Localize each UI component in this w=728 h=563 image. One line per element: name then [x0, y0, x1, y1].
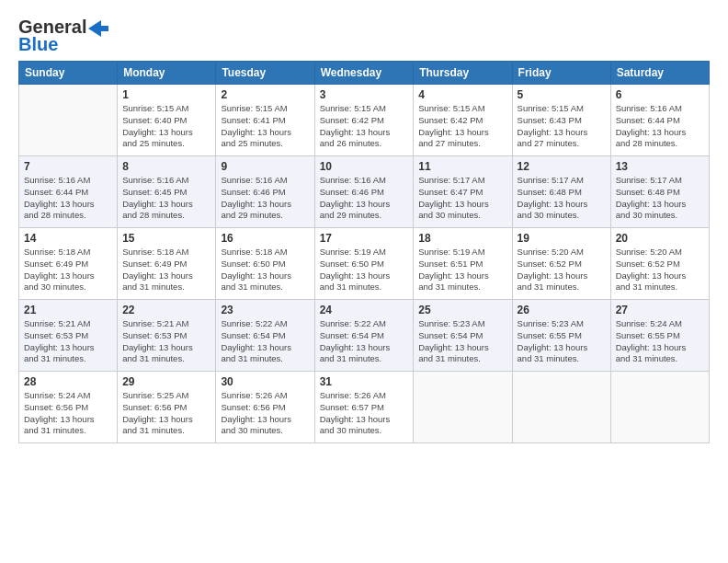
day-info: Sunrise: 5:16 AM Sunset: 6:46 PM Dayligh…: [221, 175, 309, 222]
calendar-day-20: 20Sunrise: 5:20 AM Sunset: 6:52 PM Dayli…: [610, 228, 709, 300]
day-number: 24: [320, 304, 409, 316]
day-number: 18: [418, 232, 506, 245]
day-info: Sunrise: 5:25 AM Sunset: 6:56 PM Dayligh…: [122, 390, 210, 437]
calendar-header-monday: Monday: [118, 62, 216, 85]
calendar-day-14: 14Sunrise: 5:18 AM Sunset: 6:49 PM Dayli…: [19, 228, 118, 300]
calendar-day-13: 13Sunrise: 5:17 AM Sunset: 6:48 PM Dayli…: [610, 156, 709, 228]
calendar-day-29: 29Sunrise: 5:25 AM Sunset: 6:56 PM Dayli…: [118, 372, 216, 443]
calendar-day-empty: [414, 372, 512, 443]
day-info: Sunrise: 5:16 AM Sunset: 6:44 PM Dayligh…: [616, 103, 704, 150]
calendar-day-17: 17Sunrise: 5:19 AM Sunset: 6:50 PM Dayli…: [314, 228, 414, 300]
day-info: Sunrise: 5:22 AM Sunset: 6:54 PM Dayligh…: [221, 318, 309, 365]
page: General Blue SundayMondayTuesdayWednesda…: [0, 0, 728, 563]
calendar-day-25: 25Sunrise: 5:23 AM Sunset: 6:54 PM Dayli…: [414, 300, 512, 372]
day-number: 11: [418, 160, 506, 173]
calendar-day-18: 18Sunrise: 5:19 AM Sunset: 6:51 PM Dayli…: [414, 228, 512, 300]
day-number: 23: [221, 304, 309, 316]
day-number: 16: [221, 232, 309, 245]
calendar-week-row: 28Sunrise: 5:24 AM Sunset: 6:56 PM Dayli…: [19, 372, 710, 443]
calendar-day-6: 6Sunrise: 5:16 AM Sunset: 6:44 PM Daylig…: [610, 85, 709, 156]
calendar-header-sunday: Sunday: [19, 62, 118, 85]
day-number: 19: [518, 232, 606, 245]
calendar-header-saturday: Saturday: [610, 62, 709, 85]
calendar-week-row: 14Sunrise: 5:18 AM Sunset: 6:49 PM Dayli…: [19, 228, 710, 300]
day-info: Sunrise: 5:18 AM Sunset: 6:49 PM Dayligh…: [122, 247, 210, 293]
day-number: 3: [320, 88, 409, 101]
day-number: 29: [122, 375, 210, 388]
day-number: 27: [616, 304, 704, 316]
day-number: 12: [518, 160, 606, 173]
calendar-day-22: 22Sunrise: 5:21 AM Sunset: 6:53 PM Dayli…: [118, 300, 216, 372]
svg-marker-0: [88, 20, 108, 37]
day-info: Sunrise: 5:17 AM Sunset: 6:48 PM Dayligh…: [518, 175, 606, 222]
logo-arrow-icon: [88, 20, 108, 37]
day-info: Sunrise: 5:15 AM Sunset: 6:42 PM Dayligh…: [418, 103, 506, 150]
day-info: Sunrise: 5:24 AM Sunset: 6:55 PM Dayligh…: [616, 318, 704, 365]
calendar-header-tuesday: Tuesday: [216, 62, 314, 85]
calendar-day-28: 28Sunrise: 5:24 AM Sunset: 6:56 PM Dayli…: [19, 372, 118, 443]
calendar-week-row: 7Sunrise: 5:16 AM Sunset: 6:44 PM Daylig…: [19, 156, 710, 228]
calendar-day-12: 12Sunrise: 5:17 AM Sunset: 6:48 PM Dayli…: [512, 156, 610, 228]
calendar-day-empty: [19, 85, 118, 156]
calendar-day-9: 9Sunrise: 5:16 AM Sunset: 6:46 PM Daylig…: [216, 156, 314, 228]
day-info: Sunrise: 5:15 AM Sunset: 6:41 PM Dayligh…: [221, 103, 309, 150]
day-info: Sunrise: 5:23 AM Sunset: 6:55 PM Dayligh…: [518, 318, 606, 365]
calendar-week-row: 21Sunrise: 5:21 AM Sunset: 6:53 PM Dayli…: [19, 300, 710, 372]
day-number: 31: [320, 375, 409, 388]
calendar-day-8: 8Sunrise: 5:16 AM Sunset: 6:45 PM Daylig…: [118, 156, 216, 228]
day-number: 26: [518, 304, 606, 316]
day-number: 7: [24, 160, 112, 173]
calendar-day-16: 16Sunrise: 5:18 AM Sunset: 6:50 PM Dayli…: [216, 228, 314, 300]
day-number: 6: [616, 88, 704, 101]
day-number: 10: [320, 160, 409, 173]
calendar-day-30: 30Sunrise: 5:26 AM Sunset: 6:56 PM Dayli…: [216, 372, 314, 443]
day-number: 9: [221, 160, 309, 173]
day-number: 5: [518, 88, 606, 101]
calendar-day-4: 4Sunrise: 5:15 AM Sunset: 6:42 PM Daylig…: [414, 85, 512, 156]
calendar-header-friday: Friday: [512, 62, 610, 85]
day-info: Sunrise: 5:17 AM Sunset: 6:48 PM Dayligh…: [616, 175, 704, 222]
day-number: 17: [320, 232, 409, 245]
day-info: Sunrise: 5:19 AM Sunset: 6:50 PM Dayligh…: [320, 247, 409, 293]
day-info: Sunrise: 5:16 AM Sunset: 6:45 PM Dayligh…: [122, 175, 210, 222]
calendar-day-11: 11Sunrise: 5:17 AM Sunset: 6:47 PM Dayli…: [414, 156, 512, 228]
logo-blue-text: Blue: [18, 34, 58, 55]
day-number: 25: [418, 304, 506, 316]
day-number: 15: [122, 232, 210, 245]
day-number: 28: [24, 375, 112, 388]
day-number: 14: [24, 232, 112, 245]
day-info: Sunrise: 5:22 AM Sunset: 6:54 PM Dayligh…: [320, 318, 409, 365]
calendar-day-24: 24Sunrise: 5:22 AM Sunset: 6:54 PM Dayli…: [314, 300, 414, 372]
logo: General Blue: [18, 17, 108, 55]
day-info: Sunrise: 5:16 AM Sunset: 6:44 PM Dayligh…: [24, 175, 112, 222]
day-info: Sunrise: 5:15 AM Sunset: 6:42 PM Dayligh…: [320, 103, 409, 150]
day-info: Sunrise: 5:20 AM Sunset: 6:52 PM Dayligh…: [518, 247, 606, 293]
day-info: Sunrise: 5:20 AM Sunset: 6:52 PM Dayligh…: [616, 247, 704, 293]
day-number: 20: [616, 232, 704, 245]
calendar-day-15: 15Sunrise: 5:18 AM Sunset: 6:49 PM Dayli…: [118, 228, 216, 300]
calendar-day-10: 10Sunrise: 5:16 AM Sunset: 6:46 PM Dayli…: [314, 156, 414, 228]
day-number: 22: [122, 304, 210, 316]
day-info: Sunrise: 5:18 AM Sunset: 6:50 PM Dayligh…: [221, 247, 309, 293]
calendar-day-empty: [610, 372, 709, 443]
calendar-day-2: 2Sunrise: 5:15 AM Sunset: 6:41 PM Daylig…: [216, 85, 314, 156]
day-number: 4: [418, 88, 506, 101]
day-info: Sunrise: 5:24 AM Sunset: 6:56 PM Dayligh…: [24, 390, 112, 437]
header: General Blue: [18, 17, 710, 55]
calendar-day-5: 5Sunrise: 5:15 AM Sunset: 6:43 PM Daylig…: [512, 85, 610, 156]
day-number: 2: [221, 88, 309, 101]
calendar-day-19: 19Sunrise: 5:20 AM Sunset: 6:52 PM Dayli…: [512, 228, 610, 300]
day-info: Sunrise: 5:15 AM Sunset: 6:43 PM Dayligh…: [518, 103, 606, 150]
calendar-day-31: 31Sunrise: 5:26 AM Sunset: 6:57 PM Dayli…: [314, 372, 414, 443]
calendar-day-26: 26Sunrise: 5:23 AM Sunset: 6:55 PM Dayli…: [512, 300, 610, 372]
day-number: 1: [122, 88, 210, 101]
calendar-day-1: 1Sunrise: 5:15 AM Sunset: 6:40 PM Daylig…: [118, 85, 216, 156]
day-info: Sunrise: 5:21 AM Sunset: 6:53 PM Dayligh…: [24, 318, 112, 365]
calendar-header-wednesday: Wednesday: [314, 62, 414, 85]
day-info: Sunrise: 5:18 AM Sunset: 6:49 PM Dayligh…: [24, 247, 112, 293]
day-info: Sunrise: 5:21 AM Sunset: 6:53 PM Dayligh…: [122, 318, 210, 365]
calendar-day-23: 23Sunrise: 5:22 AM Sunset: 6:54 PM Dayli…: [216, 300, 314, 372]
day-info: Sunrise: 5:15 AM Sunset: 6:40 PM Dayligh…: [122, 103, 210, 150]
calendar-header-thursday: Thursday: [414, 62, 512, 85]
day-number: 13: [616, 160, 704, 173]
